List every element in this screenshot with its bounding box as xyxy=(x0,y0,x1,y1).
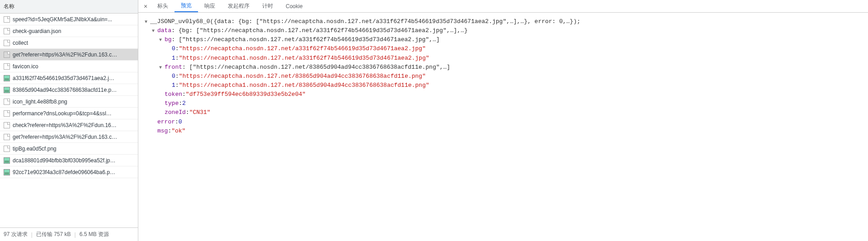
document-file-icon xyxy=(4,110,10,117)
footer-separator: | xyxy=(75,232,76,238)
image-file-icon xyxy=(4,169,10,175)
json-colon: : xyxy=(175,44,179,53)
request-row[interactable]: get?referer=https%3A%2F%2Fdun.163.c… xyxy=(0,49,138,61)
request-name: speed?id=5JeqGKMr5aEJNlbkXa&uin=... xyxy=(13,16,112,23)
document-file-icon xyxy=(4,146,10,152)
json-index: 1 xyxy=(172,81,175,90)
json-bg-1[interactable]: ▼ 1 : "https://necaptcha1.nosdn.127.net/… xyxy=(145,54,862,63)
json-root-line[interactable]: ▼ __JSONP_uv0ly68_0({data: {bg: ["https:… xyxy=(145,17,862,26)
json-string-value: "CN31" xyxy=(189,108,211,117)
json-string-value: "https://necaptcha1.nosdn.127.net/a331f6… xyxy=(179,54,429,63)
request-row[interactable]: get?referer=https%3A%2F%2Fdun.163.c… xyxy=(0,131,138,143)
json-key: bg xyxy=(165,35,172,44)
request-name: 83865d904ad94cc3836768638acfd11e.p… xyxy=(13,87,117,93)
json-suffix: : ["https://necaptcha.nosdn.127.net/a331… xyxy=(172,35,440,44)
json-colon: : xyxy=(168,127,171,136)
document-file-icon xyxy=(4,122,10,128)
document-file-icon xyxy=(4,99,10,105)
request-row[interactable]: tipBg.ea0d5cf.png xyxy=(0,143,138,155)
preview-pane: ▼ __JSONP_uv0ly68_0({data: {bg: ["https:… xyxy=(138,13,868,241)
json-index: 0 xyxy=(172,72,175,81)
requests-count: 97 次请求 xyxy=(4,231,28,238)
request-row[interactable]: check?referer=https%3A%2F%2Fdun.16… xyxy=(0,119,138,131)
document-file-icon xyxy=(4,63,10,70)
tab-3[interactable]: 发起程序 xyxy=(222,0,256,12)
expand-toggle-icon[interactable]: ▼ xyxy=(145,19,149,26)
json-token-line[interactable]: ▼ token : "df753e39ff594ec6b89339d33e5b2… xyxy=(145,90,862,99)
request-name: icon_light.4e88fb8.png xyxy=(13,99,67,105)
request-name: get?referer=https%3A%2F%2Fdun.163.c… xyxy=(13,134,117,140)
request-name: check-guardian.json xyxy=(13,28,61,34)
json-front-1[interactable]: ▼ 1 : "https://necaptcha1.nosdn.127.net/… xyxy=(145,81,862,90)
expand-toggle-icon[interactable]: ▼ xyxy=(152,28,156,35)
json-string-value: "https://necaptcha.nosdn.127.net/83865d9… xyxy=(179,72,426,81)
document-file-icon xyxy=(4,134,10,140)
json-colon: : xyxy=(186,108,189,117)
footer-separator: | xyxy=(31,232,33,238)
expand-toggle-icon[interactable]: ▼ xyxy=(159,37,164,44)
request-name: get?referer=https%3A%2F%2Fdun.163.c… xyxy=(13,52,117,58)
transferred-size: 已传输 757 kB xyxy=(36,231,71,238)
request-row[interactable]: a331f62f74b546619d35d73d4671aea2.j… xyxy=(0,72,138,84)
json-root-text: __JSONP_uv0ly68_0({data: {bg: ["https://… xyxy=(150,17,580,26)
json-type-line[interactable]: ▼ type : 2 xyxy=(145,99,862,108)
request-name: check?referer=https%3A%2F%2Fdun.16… xyxy=(13,122,117,128)
json-string-value: "https://necaptcha.nosdn.127.net/a331f62… xyxy=(179,44,426,53)
json-colon: : xyxy=(182,90,186,99)
request-row[interactable]: 92cc71e9023f4a3c87defde096064ba6.p… xyxy=(0,166,138,178)
json-error-line[interactable]: ▼ error : 0 xyxy=(145,118,862,127)
json-suffix: : ["https://necaptcha.nosdn.127.net/8386… xyxy=(182,63,450,72)
network-status-bar: 97 次请求 | 已传输 757 kB | 6.5 MB 资源 xyxy=(0,227,138,241)
network-column-header[interactable]: 名称 xyxy=(0,0,138,14)
json-key: type xyxy=(165,99,179,108)
document-file-icon xyxy=(4,16,10,23)
json-index: 1 xyxy=(172,54,175,63)
request-name: a331f62f74b546619d35d73d4671aea2.j… xyxy=(13,75,114,81)
request-row[interactable]: dca188801d994bfbb3bf030b995ea52f.jp… xyxy=(0,155,138,166)
request-row[interactable]: performance?dnsLookup=0&tcp=4&ssl… xyxy=(0,108,138,119)
json-key: zoneId xyxy=(165,108,186,117)
json-bg-line[interactable]: ▼ bg : ["https://necaptcha.nosdn.127.net… xyxy=(145,35,862,44)
json-key: error xyxy=(157,118,175,127)
json-colon: : xyxy=(175,54,179,63)
image-file-icon xyxy=(4,157,10,164)
json-number-value: 0 xyxy=(179,118,182,127)
image-file-icon xyxy=(4,75,10,81)
json-zoneid-line[interactable]: ▼ zoneId : "CN31" xyxy=(145,108,862,117)
request-row[interactable]: collect xyxy=(0,37,138,49)
json-front-line[interactable]: ▼ front : ["https://necaptcha.nosdn.127.… xyxy=(145,63,862,72)
image-file-icon xyxy=(4,87,10,93)
document-file-icon xyxy=(4,52,10,58)
request-row[interactable]: check-guardian.json xyxy=(0,25,138,37)
json-front-0[interactable]: ▼ 0 : "https://necaptcha.nosdn.127.net/8… xyxy=(145,72,862,81)
json-colon: : xyxy=(175,72,179,81)
tab-2[interactable]: 响应 xyxy=(198,0,222,12)
json-key: msg xyxy=(157,127,168,136)
request-list: speed?id=5JeqGKMr5aEJNlbkXa&uin=...check… xyxy=(0,14,138,227)
network-left-panel: 名称 speed?id=5JeqGKMr5aEJNlbkXa&uin=...ch… xyxy=(0,0,138,241)
request-row[interactable]: icon_light.4e88fb8.png xyxy=(0,96,138,108)
request-row[interactable]: speed?id=5JeqGKMr5aEJNlbkXa&uin=... xyxy=(0,14,138,25)
json-string-value: "https://necaptcha1.nosdn.127.net/83865d… xyxy=(179,81,429,90)
json-data-line[interactable]: ▼ data : {bg: ["https://necaptcha.nosdn.… xyxy=(145,26,862,35)
request-row[interactable]: favicon.ico xyxy=(0,61,138,72)
request-row[interactable]: 83865d904ad94cc3836768638acfd11e.p… xyxy=(0,84,138,96)
tab-5[interactable]: Cookie xyxy=(279,0,309,12)
json-msg-line[interactable]: ▼ msg : "ok" xyxy=(145,127,862,136)
tab-1[interactable]: 预览 xyxy=(175,0,198,12)
request-name: performance?dnsLookup=0&tcp=4&ssl… xyxy=(13,110,112,117)
json-colon: : xyxy=(175,118,179,127)
tab-4[interactable]: 计时 xyxy=(256,0,279,12)
request-name: dca188801d994bfbb3bf030b995ea52f.jp… xyxy=(13,157,116,164)
resources-size: 6.5 MB 资源 xyxy=(80,231,109,238)
request-name: collect xyxy=(13,40,28,46)
json-bg-0[interactable]: ▼ 0 : "https://necaptcha.nosdn.127.net/a… xyxy=(145,44,862,53)
expand-toggle-icon[interactable]: ▼ xyxy=(159,64,164,71)
json-number-value: 2 xyxy=(182,99,186,108)
tab-0[interactable]: 标头 xyxy=(151,0,175,12)
document-file-icon xyxy=(4,28,10,34)
request-name: favicon.ico xyxy=(13,63,38,70)
json-index: 0 xyxy=(172,44,175,53)
document-file-icon xyxy=(4,40,10,46)
close-icon[interactable]: × xyxy=(141,3,150,10)
